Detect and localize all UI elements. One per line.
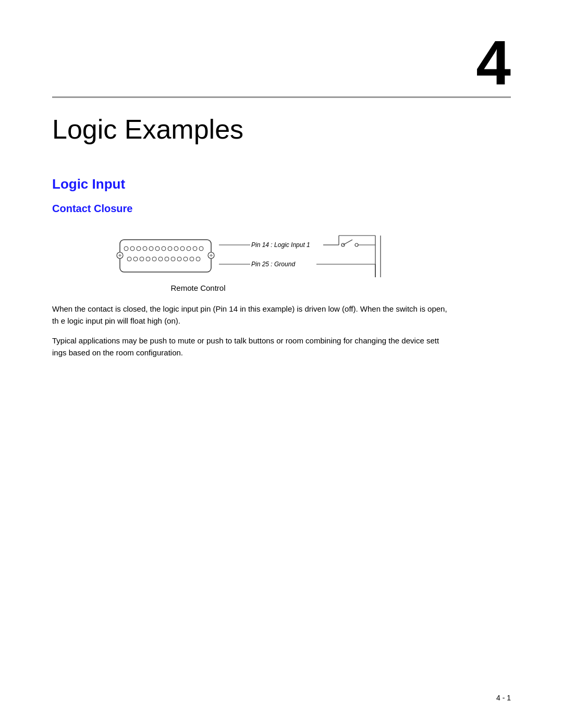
page-number: 4 - 1 bbox=[496, 694, 511, 702]
svg-point-2 bbox=[130, 246, 134, 251]
top-rule bbox=[52, 96, 511, 98]
svg-point-13 bbox=[199, 246, 203, 251]
sub-heading-contact-closure: Contact Closure bbox=[52, 203, 511, 215]
svg-point-6 bbox=[155, 246, 160, 251]
remote-control-label: Remote Control bbox=[170, 283, 225, 292]
body-text-1: When the contact is closed, the logic in… bbox=[52, 303, 448, 327]
svg-point-15 bbox=[133, 257, 138, 261]
svg-point-5 bbox=[149, 246, 153, 251]
svg-point-14 bbox=[127, 257, 131, 261]
svg-point-3 bbox=[137, 246, 141, 251]
svg-point-23 bbox=[183, 257, 188, 261]
section-heading-logic-input: Logic Input bbox=[52, 176, 511, 192]
chapter-title: Logic Examples bbox=[52, 114, 511, 145]
svg-point-25 bbox=[196, 257, 200, 261]
svg-point-4 bbox=[143, 246, 147, 251]
svg-point-17 bbox=[146, 257, 150, 261]
svg-text:Pin 25 : Ground: Pin 25 : Ground bbox=[251, 261, 295, 268]
svg-point-1 bbox=[124, 246, 128, 251]
svg-point-11 bbox=[187, 246, 191, 251]
svg-point-8 bbox=[168, 246, 172, 251]
labels-svg: Pin 14 : Logic Input 1 bbox=[219, 230, 386, 282]
svg-point-10 bbox=[180, 246, 185, 251]
page-container: 4 Logic Examples Logic Input Contact Clo… bbox=[0, 0, 563, 728]
connector-svg bbox=[115, 236, 219, 277]
diagram-area: Pin 14 : Logic Input 1 bbox=[94, 230, 407, 292]
svg-point-22 bbox=[177, 257, 181, 261]
chapter-number: 4 bbox=[52, 31, 511, 94]
svg-line-36 bbox=[343, 240, 352, 245]
svg-point-19 bbox=[158, 257, 163, 261]
svg-point-37 bbox=[355, 243, 358, 246]
body-text-2: Typical applications may be push to mute… bbox=[52, 335, 448, 359]
svg-text:Pin 14 : Logic Input 1: Pin 14 : Logic Input 1 bbox=[251, 241, 310, 249]
svg-point-7 bbox=[162, 246, 166, 251]
diagram-svg-container: Pin 14 : Logic Input 1 bbox=[115, 230, 386, 282]
svg-rect-0 bbox=[120, 240, 211, 272]
svg-point-12 bbox=[193, 246, 197, 251]
svg-point-20 bbox=[165, 257, 169, 261]
svg-point-24 bbox=[190, 257, 194, 261]
svg-point-16 bbox=[140, 257, 144, 261]
svg-point-21 bbox=[171, 257, 175, 261]
svg-point-9 bbox=[174, 246, 178, 251]
svg-point-18 bbox=[152, 257, 156, 261]
